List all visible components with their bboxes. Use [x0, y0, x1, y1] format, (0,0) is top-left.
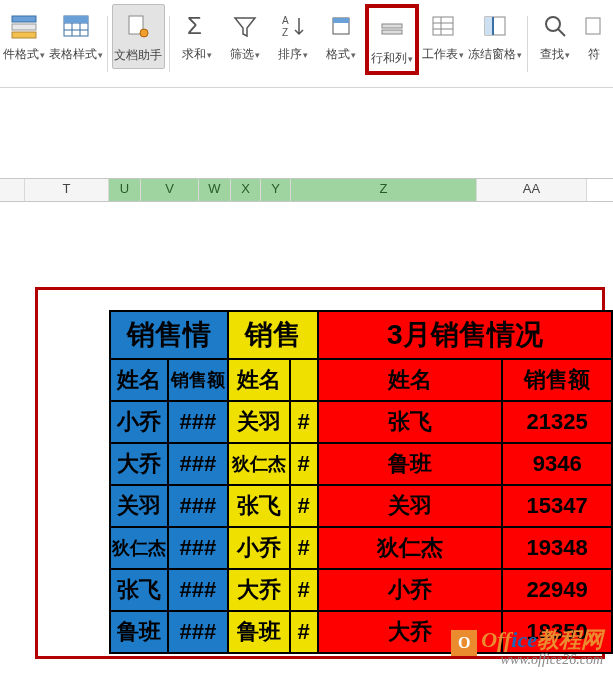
- freeze-icon: [479, 10, 511, 42]
- watermark-suffix: 教程网: [537, 627, 603, 652]
- sort-button[interactable]: AZ 排序▾: [269, 4, 317, 67]
- format-icon: [325, 10, 357, 42]
- divider: [527, 16, 528, 72]
- svg-rect-23: [485, 17, 493, 35]
- hdr-sales-1[interactable]: 销售额: [168, 359, 228, 401]
- cell-name-yellow[interactable]: 鲁班: [228, 611, 290, 653]
- doc-assistant-icon: [122, 11, 154, 43]
- table-row: 狄仁杰###小乔#狄仁杰19348: [110, 527, 612, 569]
- freeze-panes-button[interactable]: 冻结窗格▾: [467, 4, 522, 67]
- column-headers: T U V W X Y Z AA: [0, 178, 613, 202]
- cell-val-yellow[interactable]: #: [290, 527, 318, 569]
- cond-format-label: 件格式▾: [3, 46, 45, 63]
- col-head-aa[interactable]: AA: [477, 179, 587, 201]
- cell-val-blue[interactable]: ###: [168, 611, 228, 653]
- svg-text:A: A: [282, 15, 289, 26]
- cell-name-yellow[interactable]: 狄仁杰: [228, 443, 290, 485]
- svg-text:Z: Z: [282, 27, 288, 38]
- col-head-w[interactable]: W: [199, 179, 231, 201]
- hdr-name-3[interactable]: 姓名: [318, 359, 503, 401]
- svg-rect-2: [12, 32, 36, 38]
- cell-val-red[interactable]: 21325: [502, 401, 612, 443]
- filter-button[interactable]: 筛选▾: [221, 4, 269, 67]
- col-head-v[interactable]: V: [141, 179, 199, 201]
- cell-val-yellow[interactable]: #: [290, 401, 318, 443]
- filter-icon: [229, 10, 261, 42]
- svg-text:Σ: Σ: [187, 12, 202, 39]
- sum-button[interactable]: Σ 求和▾: [173, 4, 221, 67]
- hdr-sales-3[interactable]: 销售额: [502, 359, 612, 401]
- cell-name-blue[interactable]: 张飞: [110, 569, 168, 611]
- cell-val-red[interactable]: 9346: [502, 443, 612, 485]
- svg-line-26: [558, 29, 565, 36]
- cell-val-blue[interactable]: ###: [168, 527, 228, 569]
- cell-name-yellow[interactable]: 关羽: [228, 401, 290, 443]
- svg-rect-17: [382, 30, 402, 34]
- cond-format-button[interactable]: 件格式▾: [0, 4, 48, 67]
- sort-icon: AZ: [277, 10, 309, 42]
- cell-val-blue[interactable]: ###: [168, 485, 228, 527]
- hdr-sales-2[interactable]: [290, 359, 318, 401]
- symbol-button[interactable]: 符: [579, 4, 613, 67]
- cell-val-yellow[interactable]: #: [290, 569, 318, 611]
- col-head-z[interactable]: Z: [291, 179, 477, 201]
- cell-name-blue[interactable]: 关羽: [110, 485, 168, 527]
- title-blue[interactable]: 销售情: [110, 311, 228, 359]
- svg-rect-0: [12, 16, 36, 22]
- title-red[interactable]: 3月销售情况: [318, 311, 612, 359]
- cell-name-red[interactable]: 小乔: [318, 569, 503, 611]
- svg-point-25: [546, 17, 560, 31]
- col-head-t[interactable]: T: [25, 179, 109, 201]
- cell-val-yellow[interactable]: #: [290, 443, 318, 485]
- find-icon: [539, 10, 571, 42]
- title-yellow[interactable]: 销售: [228, 311, 318, 359]
- cell-val-blue[interactable]: ###: [168, 443, 228, 485]
- cell-name-yellow[interactable]: 张飞: [228, 485, 290, 527]
- hdr-name-2[interactable]: 姓名: [228, 359, 290, 401]
- cell-val-red[interactable]: 19348: [502, 527, 612, 569]
- cell-val-yellow[interactable]: #: [290, 611, 318, 653]
- table-style-button[interactable]: 表格样式▾: [48, 4, 103, 67]
- cell-name-red[interactable]: 张飞: [318, 401, 503, 443]
- sales-table: 销售情 销售 3月销售情况 姓名 销售额 姓名 姓名 销售额 小乔###关羽#张…: [109, 310, 613, 654]
- find-label: 查找▾: [540, 46, 570, 63]
- svg-rect-8: [64, 16, 88, 23]
- col-head-x[interactable]: X: [231, 179, 261, 201]
- svg-rect-16: [382, 24, 402, 28]
- cell-name-blue[interactable]: 狄仁杰: [110, 527, 168, 569]
- sum-label: 求和▾: [182, 46, 212, 63]
- watermark-off: Off: [481, 627, 511, 652]
- table-header-row: 姓名 销售额 姓名 姓名 销售额: [110, 359, 612, 401]
- svg-rect-1: [12, 24, 36, 30]
- sum-icon: Σ: [181, 10, 213, 42]
- col-head-y[interactable]: Y: [261, 179, 291, 201]
- divider: [107, 16, 108, 72]
- doc-assistant-button[interactable]: 文档助手: [112, 4, 165, 69]
- table-style-icon: [60, 10, 92, 42]
- col-head-u[interactable]: U: [109, 179, 141, 201]
- cell-val-red[interactable]: 15347: [502, 485, 612, 527]
- cell-val-blue[interactable]: ###: [168, 569, 228, 611]
- format-button[interactable]: 格式▾: [317, 4, 365, 67]
- worksheet-button[interactable]: 工作表▾: [419, 4, 467, 67]
- cell-val-red[interactable]: 22949: [502, 569, 612, 611]
- row-col-label: 行和列▾: [371, 50, 413, 67]
- cell-name-blue[interactable]: 小乔: [110, 401, 168, 443]
- cell-name-red[interactable]: 鲁班: [318, 443, 503, 485]
- cell-val-yellow[interactable]: #: [290, 485, 318, 527]
- col-head-blank[interactable]: [0, 179, 25, 201]
- cell-name-red[interactable]: 狄仁杰: [318, 527, 503, 569]
- cell-name-yellow[interactable]: 小乔: [228, 527, 290, 569]
- cell-name-red[interactable]: 关羽: [318, 485, 503, 527]
- ribbon-toolbar: 件格式▾ 表格样式▾ 文档助手 Σ 求和▾ 筛选▾ AZ 排序▾: [0, 0, 613, 88]
- row-col-button[interactable]: 行和列▾: [365, 4, 419, 75]
- svg-rect-18: [433, 17, 453, 35]
- divider: [169, 16, 170, 72]
- cell-name-blue[interactable]: 大乔: [110, 443, 168, 485]
- cell-val-blue[interactable]: ###: [168, 401, 228, 443]
- cell-name-yellow[interactable]: 大乔: [228, 569, 290, 611]
- find-button[interactable]: 查找▾: [531, 4, 579, 67]
- table-style-label: 表格样式▾: [49, 46, 103, 63]
- cell-name-blue[interactable]: 鲁班: [110, 611, 168, 653]
- hdr-name-1[interactable]: 姓名: [110, 359, 168, 401]
